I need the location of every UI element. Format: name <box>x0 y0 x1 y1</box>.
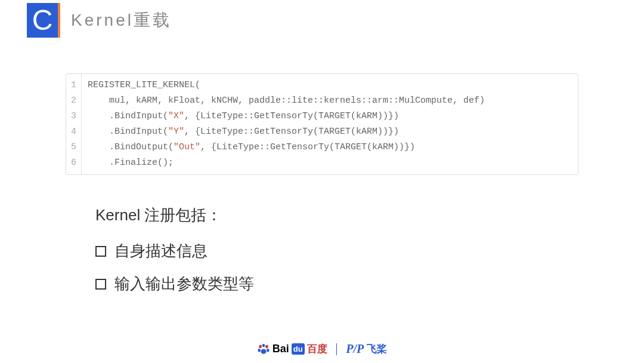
line-num: 6 <box>71 155 76 171</box>
line-num: 3 <box>71 109 76 124</box>
paddle-logo: P/P 飞桨 <box>346 342 387 356</box>
slide-header: C Kernel重载 <box>0 3 644 38</box>
text-section: Kernel 注册包括： 自身描述信息 输入输出参数类型等 <box>95 205 644 294</box>
baidu-logo: Baidu 百度 <box>257 342 327 356</box>
footer: Baidu 百度 P/P 飞桨 <box>0 342 644 356</box>
accent-bar <box>58 3 60 38</box>
code-line: .Finalize(); <box>88 155 485 171</box>
section-letter: C <box>27 3 58 38</box>
svg-point-5 <box>261 349 266 353</box>
svg-point-4 <box>267 349 270 352</box>
line-num: 2 <box>71 93 76 109</box>
code-content: REGISTER_LITE_KERNEL( mul, kARM, kFloat,… <box>82 74 491 174</box>
bullet-text: 自身描述信息 <box>114 241 208 262</box>
bullet-box-icon <box>95 246 106 257</box>
slide-title: Kernel重载 <box>71 9 172 32</box>
code-line: .BindOutput("Out", {LiteType::GetTensorT… <box>88 140 485 155</box>
bullet-text: 输入输出参数类型等 <box>114 273 254 294</box>
line-num: 1 <box>71 78 76 93</box>
code-line: .BindInput("Y", {LiteType::GetTensorTy(T… <box>88 124 485 140</box>
bullet-item: 自身描述信息 <box>95 241 644 262</box>
bullet-item: 输入输出参数类型等 <box>95 273 644 294</box>
baidu-bai-text: Bai <box>273 343 289 355</box>
code-block: 1 2 3 4 5 6 REGISTER_LITE_KERNEL( mul, k… <box>66 73 578 175</box>
svg-point-1 <box>262 343 265 346</box>
divider <box>336 343 338 355</box>
bullet-box-icon <box>95 279 106 290</box>
paddle-cn-text: 飞桨 <box>367 342 387 356</box>
code-line: REGISTER_LITE_KERNEL( <box>88 78 485 93</box>
paddle-script-icon: P/P <box>346 342 364 356</box>
baidu-cn-text: 百度 <box>307 342 327 356</box>
svg-point-3 <box>258 349 261 352</box>
baidu-du-box: du <box>292 343 305 355</box>
section-heading: Kernel 注册包括： <box>95 205 644 226</box>
line-numbers: 1 2 3 4 5 6 <box>66 74 82 174</box>
svg-point-0 <box>259 344 262 347</box>
paw-icon <box>257 343 270 355</box>
code-line: .BindInput("X", {LiteType::GetTensorTy(T… <box>88 109 485 124</box>
line-num: 4 <box>71 124 76 140</box>
svg-point-2 <box>265 344 268 347</box>
line-num: 5 <box>71 140 76 155</box>
code-line: mul, kARM, kFloat, kNCHW, paddle::lite::… <box>88 93 485 109</box>
